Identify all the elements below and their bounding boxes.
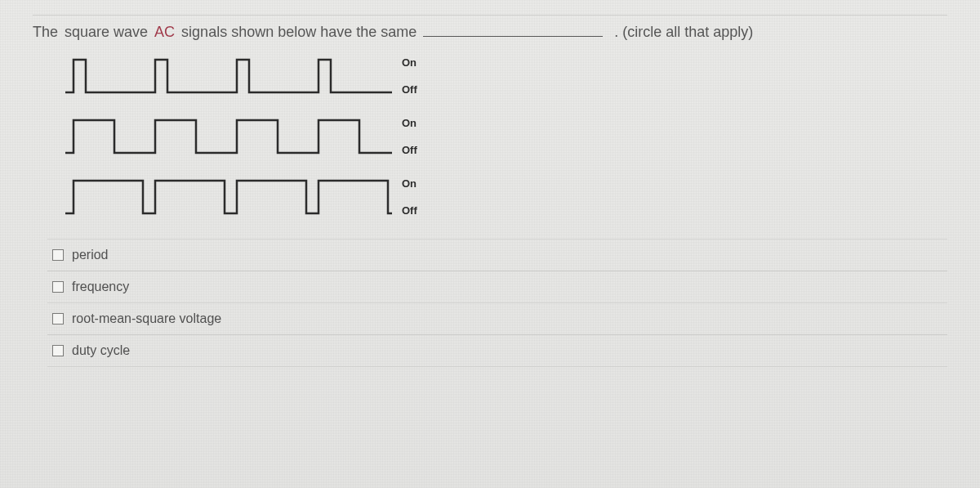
square-wave-1 xyxy=(65,56,392,96)
wave-row-3: On Off xyxy=(65,177,947,217)
label-on: On xyxy=(402,57,417,68)
waveforms: On Off On Off On Off xyxy=(65,56,947,217)
option-label: frequency xyxy=(72,280,129,294)
checkbox-icon[interactable] xyxy=(52,313,64,325)
wave-row-1: On Off xyxy=(65,56,947,96)
label-off: Off xyxy=(402,84,417,95)
label-on: On xyxy=(402,118,417,128)
label-on: On xyxy=(402,178,417,189)
option-duty-cycle[interactable]: duty cycle xyxy=(47,335,947,367)
option-label: root-mean-square voltage xyxy=(72,311,221,326)
question-container: The square wave AC signals shown below h… xyxy=(0,0,980,367)
options-list: period frequency root-mean-square voltag… xyxy=(47,239,947,367)
wave-labels-1: On Off xyxy=(402,57,417,95)
option-label: period xyxy=(72,248,108,262)
option-period[interactable]: period xyxy=(47,240,947,271)
q-emph: square wave xyxy=(65,24,148,41)
checkbox-icon[interactable] xyxy=(52,249,64,261)
q-ac: AC xyxy=(154,24,175,41)
q-mid: signals shown below have the same xyxy=(181,24,416,41)
option-frequency[interactable]: frequency xyxy=(47,271,947,303)
q-prefix: The xyxy=(33,24,58,41)
label-off: Off xyxy=(402,205,417,216)
wave-labels-2: On Off xyxy=(402,118,417,155)
square-wave-2 xyxy=(65,116,392,157)
square-wave-3 xyxy=(65,177,392,217)
option-rms-voltage[interactable]: root-mean-square voltage xyxy=(47,303,947,335)
option-label: duty cycle xyxy=(72,343,130,358)
wave-row-2: On Off xyxy=(65,116,947,157)
answer-blank[interactable] xyxy=(423,24,603,37)
checkbox-icon[interactable] xyxy=(52,281,64,293)
top-divider xyxy=(33,15,947,16)
label-off: Off xyxy=(402,145,417,155)
question-text: The square wave AC signals shown below h… xyxy=(33,24,947,41)
checkbox-icon[interactable] xyxy=(52,345,64,356)
wave-labels-3: On Off xyxy=(402,178,417,216)
q-tail: . (circle all that apply) xyxy=(614,24,753,41)
